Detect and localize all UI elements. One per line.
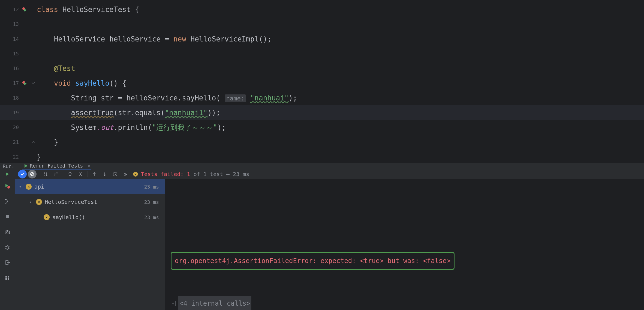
svg-text:2: 2: [54, 174, 56, 177]
tree-item-time: 23 ms: [144, 184, 159, 190]
svg-text:2: 2: [44, 174, 45, 177]
svg-rect-12: [6, 215, 9, 218]
svg-line-3: [31, 173, 33, 175]
svg-text:✕: ✕: [134, 172, 137, 176]
code-area[interactable]: class HelloServiceTest { HelloService he…: [29, 0, 644, 163]
exit-button[interactable]: [2, 258, 12, 267]
code-line: String str = helloService.sayHello( name…: [29, 91, 644, 105]
svg-rect-19: [8, 276, 9, 278]
separator: [63, 171, 63, 177]
screenshot-button[interactable]: [2, 227, 12, 237]
code-line: assertTrue(str.equals("nanhuai1"));: [29, 105, 644, 120]
code-line: System.out.println("运行到我了～～～");: [29, 120, 644, 135]
next-failed-button[interactable]: [100, 169, 109, 179]
line-number: 20: [13, 124, 19, 130]
line-number: 16: [13, 65, 19, 71]
fold-icon[interactable]: [31, 140, 35, 144]
svg-point-14: [7, 231, 8, 233]
svg-rect-18: [5, 276, 7, 278]
prev-failed-button[interactable]: [90, 169, 99, 179]
failed-status-icon: ✕: [133, 171, 138, 177]
gutter-line[interactable]: 15: [0, 46, 29, 61]
show-passed-toggle[interactable]: [18, 170, 27, 178]
line-number: 17: [13, 80, 19, 86]
test-tree-row[interactable]: ✕ sayHello() 23 ms: [15, 210, 165, 225]
tree-item-time: 23 ms: [144, 214, 159, 220]
assertion-error-line: org.opentest4j.AssertionFailedError: exp…: [171, 252, 455, 270]
run-body: ▾ ✕ api 23 ms ▾ ✕ HelloServiceTest 23 ms…: [0, 179, 644, 310]
run-test-icon[interactable]: [22, 7, 27, 12]
gutter-line[interactable]: 19: [0, 105, 29, 120]
parameter-hint: name:: [225, 94, 246, 102]
line-number: 21: [13, 139, 19, 145]
test-fail-icon: ✕: [36, 199, 42, 205]
svg-point-16: [6, 246, 9, 249]
layout-button[interactable]: [2, 273, 12, 283]
svg-point-11: [7, 186, 10, 189]
test-history-button[interactable]: [110, 169, 120, 179]
line-number: 22: [13, 154, 19, 160]
line-number: 19: [13, 110, 19, 115]
test-tree-row[interactable]: ▾ ✕ api 23 ms: [15, 179, 165, 194]
test-fail-icon: ✕: [44, 214, 50, 220]
code-line: }: [29, 135, 644, 150]
run-test-icon[interactable]: [22, 81, 27, 86]
code-line: [29, 17, 644, 32]
console-output[interactable]: org.opentest4j.AssertionFailedError: exp…: [165, 179, 644, 310]
svg-rect-20: [5, 278, 7, 280]
gutter-line[interactable]: 18: [0, 91, 29, 105]
tree-item-label: api: [34, 183, 44, 190]
show-ignored-toggle[interactable]: [28, 170, 37, 178]
gutter-line[interactable]: 22: [0, 150, 29, 164]
tree-item-label: sayHello(): [52, 214, 85, 220]
fold-icon[interactable]: [31, 81, 35, 85]
editor-gutter: 12 13 14 15 16 17 18 19 20 21 22: [0, 0, 29, 163]
console-line: + <4 internal calls>: [171, 296, 639, 310]
gutter-line[interactable]: 13: [0, 17, 29, 32]
code-line: @Test: [29, 61, 644, 76]
gutter-line[interactable]: 21: [0, 135, 29, 150]
code-line: [29, 46, 644, 61]
more-button[interactable]: »: [121, 169, 130, 179]
toggle-auto-test-button[interactable]: [2, 196, 12, 206]
line-number: 18: [13, 95, 19, 101]
code-line: class HelloServiceTest {: [29, 2, 644, 17]
gutter-line[interactable]: 14: [0, 32, 29, 46]
expand-icon[interactable]: +: [171, 301, 176, 306]
internal-calls-badge: <4 internal calls>: [178, 296, 251, 310]
test-tree-row[interactable]: ▾ ✕ HelloServiceTest 23 ms: [15, 194, 165, 210]
line-number: 12: [13, 7, 19, 12]
code-line: void sayHello() {: [29, 76, 644, 91]
chevron-down-icon[interactable]: ▾: [29, 200, 33, 204]
code-line: }: [29, 150, 644, 164]
svg-rect-15: [7, 230, 8, 231]
collapse-all-button[interactable]: [76, 169, 85, 179]
expand-all-button[interactable]: [65, 169, 75, 179]
sort-duration-button[interactable]: 12: [52, 169, 61, 179]
line-number: 14: [13, 36, 19, 42]
sort-alpha-button[interactable]: 12: [41, 169, 50, 179]
run-left-rail: [0, 179, 15, 310]
gutter-line[interactable]: 12: [0, 2, 29, 17]
test-tree[interactable]: ▾ ✕ api 23 ms ▾ ✕ HelloServiceTest 23 ms…: [15, 179, 165, 310]
chevron-down-icon[interactable]: ▾: [19, 184, 23, 189]
separator: [87, 171, 88, 177]
line-number: 13: [13, 21, 19, 27]
stop-button[interactable]: [2, 212, 12, 222]
run-button[interactable]: [3, 169, 12, 179]
tree-item-label: HelloServiceTest: [45, 199, 97, 205]
gutter-line[interactable]: 17: [0, 76, 29, 91]
run-toolbar: 12 12 » ✕ Tests failed: 1 of 1 test – 23…: [0, 169, 644, 179]
separator: [39, 171, 39, 177]
test-status-text: Tests failed: 1 of 1 test – 23 ms: [141, 171, 249, 177]
gutter-line[interactable]: 16: [0, 61, 29, 76]
code-editor[interactable]: 12 13 14 15 16 17 18 19 20 21 22: [0, 0, 644, 163]
line-number: 15: [13, 51, 19, 56]
console-line: org.opentest4j.AssertionFailedError: exp…: [171, 254, 639, 268]
code-line: HelloService helloService = new HelloSer…: [29, 32, 644, 46]
test-fail-icon: ✕: [26, 184, 32, 190]
gutter-line[interactable]: 20: [0, 120, 29, 135]
debug-button[interactable]: [2, 242, 12, 252]
svg-rect-21: [8, 278, 9, 280]
rerun-failed-button[interactable]: [2, 181, 12, 191]
